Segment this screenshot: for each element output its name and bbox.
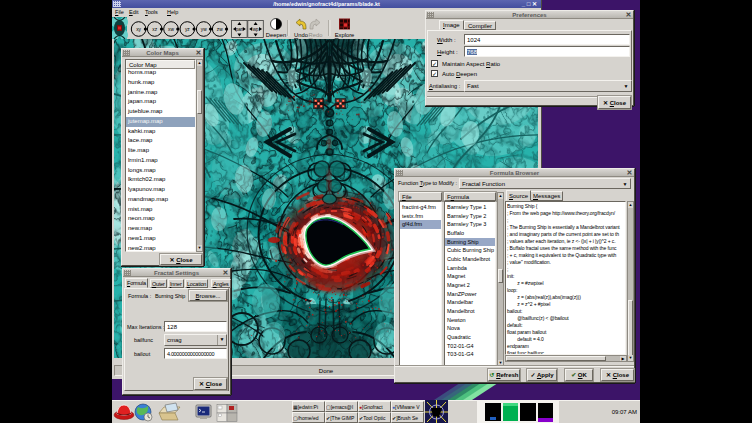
svg-text:wp: wp [253,27,259,32]
svg-text:yz: yz [185,27,190,32]
svg-text:xz: xz [152,27,157,32]
svg-text:Undo: Undo [294,32,308,38]
svg-text:xy: xy [136,27,141,32]
svg-text:yw: yw [201,27,207,32]
svg-text:Deepen: Deepen [266,32,286,38]
svg-text:Explore: Explore [335,32,355,38]
svg-text:xw: xw [168,27,174,32]
svg-text:Redo: Redo [309,32,323,38]
svg-text:zw: zw [217,27,223,32]
svg-text:pan: pan [236,27,244,32]
